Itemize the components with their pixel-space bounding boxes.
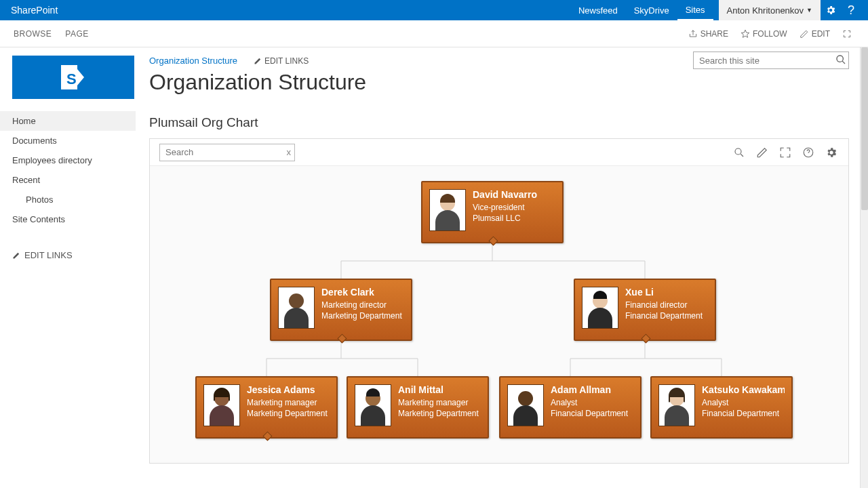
user-menu[interactable]: Anton Khritonenkov ▼ [719, 0, 821, 20]
search-icon [835, 54, 846, 65]
content-area: Organization Structure EDIT LINKS Organi… [136, 47, 868, 488]
nav-recent[interactable]: Recent [0, 170, 136, 190]
nav-home[interactable]: Home [0, 111, 136, 131]
orgchart-canvas[interactable]: David Navarro Vice-president Plumsail LL… [150, 166, 848, 463]
site-logo[interactable]: S [12, 56, 134, 99]
site-search-input[interactable] [693, 52, 849, 69]
node-dept: Marketing Department [321, 311, 402, 321]
node-role: Marketing manager [247, 398, 328, 407]
suite-bar: SharePoint Newsfeed SkyDrive Sites Anton… [0, 0, 868, 20]
avatar [582, 287, 618, 329]
node-name: Anil Mittal [398, 384, 479, 395]
help-icon[interactable]: ? [841, 0, 861, 20]
svg-point-21 [518, 391, 533, 406]
node-name: Katsuko Kawakami [702, 384, 785, 395]
org-node-l3c[interactable]: Adam Allman Analyst Financial Department [499, 376, 642, 439]
suite-link-newsfeed[interactable]: Newsfeed [570, 0, 626, 20]
gear-icon[interactable] [824, 145, 839, 160]
ribbon-tab-browse[interactable]: BROWSE [14, 29, 52, 39]
nav-employees-directory[interactable]: Employees directory [0, 150, 136, 170]
fullscreen-icon[interactable] [842, 29, 854, 39]
node-dept: Financial Department [551, 409, 628, 418]
nav-documents[interactable]: Documents [0, 131, 136, 150]
avatar [507, 384, 544, 426]
brand-label: SharePoint [7, 5, 62, 16]
avatar [278, 287, 315, 329]
left-column: S Home Documents Employees directory Rec… [0, 47, 136, 488]
node-role: Analyst [702, 398, 785, 407]
node-role: Marketing director [321, 300, 402, 310]
node-name: Xue Li [625, 287, 703, 298]
svg-text:S: S [66, 70, 77, 87]
node-role: Analyst [551, 398, 628, 407]
orgchart-toolbar: x [150, 139, 848, 166]
edit-page-button[interactable]: EDIT [800, 29, 830, 39]
suite-link-sites[interactable]: Sites [677, 0, 713, 20]
org-node-l2b[interactable]: Xue Li Financial director Financial Depa… [574, 279, 716, 341]
page-title: Organization Structure [149, 70, 849, 95]
node-role: Vice-president [473, 203, 537, 212]
node-dept: Financial Department [625, 311, 703, 321]
node-name: Derek Clark [321, 287, 402, 298]
avatar [658, 384, 695, 426]
orgchart-search-input[interactable] [159, 144, 295, 161]
suite-link-skydrive[interactable]: SkyDrive [626, 0, 677, 20]
ribbon-tab-page[interactable]: PAGE [65, 29, 88, 39]
site-search [693, 52, 849, 69]
node-dept: Marketing Department [247, 409, 328, 418]
org-node-l3d[interactable]: Katsuko Kawakami Analyst Financial Depar… [650, 376, 793, 439]
org-node-l3b[interactable]: Anil Mittal Marketing manager Marketing … [347, 376, 489, 439]
edit-icon[interactable] [755, 145, 770, 160]
breadcrumb-link[interactable]: Organization Structure [149, 56, 237, 66]
nav-site-contents[interactable]: Site Contents [0, 209, 136, 229]
node-name: Jessica Adams [247, 384, 328, 395]
org-node-root[interactable]: David Navarro Vice-president Plumsail LL… [421, 181, 564, 243]
zoom-icon[interactable] [732, 145, 747, 160]
user-name: Anton Khritonenkov [727, 5, 804, 16]
svg-point-2 [735, 148, 741, 155]
caret-down-icon: ▼ [806, 7, 812, 14]
main-layout: S Home Documents Employees directory Rec… [0, 47, 868, 488]
node-dept: Plumsail LLC [473, 214, 537, 223]
follow-button[interactable]: FOLLOW [741, 29, 787, 39]
expand-icon[interactable] [778, 145, 793, 160]
avatar [203, 384, 240, 426]
org-node-l3a[interactable]: Jessica Adams Marketing manager Marketin… [195, 376, 338, 439]
node-role: Financial director [625, 300, 703, 310]
node-dept: Marketing Department [398, 409, 479, 418]
node-role: Marketing manager [398, 398, 479, 407]
settings-icon[interactable] [821, 0, 841, 20]
help-icon[interactable] [801, 145, 816, 160]
avatar [429, 189, 466, 231]
orgchart-search: x [159, 144, 295, 161]
node-name: Adam Allman [551, 384, 628, 395]
top-edit-links[interactable]: EDIT LINKS [254, 56, 309, 66]
webpart-title: Plumsail Org Chart [149, 115, 849, 130]
avatar [355, 384, 391, 426]
share-button[interactable]: SHARE [688, 29, 728, 39]
svg-point-17 [289, 293, 304, 308]
node-name: David Navarro [473, 189, 537, 200]
ribbon: BROWSE PAGE SHARE FOLLOW EDIT [0, 20, 868, 47]
orgchart-search-clear[interactable]: x [287, 147, 292, 157]
nav-edit-links[interactable]: EDIT LINKS [0, 245, 136, 265]
orgchart-tool-icons [732, 145, 839, 160]
site-search-button[interactable] [835, 54, 846, 67]
node-dept: Financial Department [702, 409, 785, 418]
pencil-icon [12, 251, 20, 260]
scrollbar-thumb[interactable] [861, 47, 868, 210]
pencil-icon [254, 57, 262, 65]
nav-photos[interactable]: Photos [0, 190, 136, 209]
quick-launch: Home Documents Employees directory Recen… [0, 111, 136, 265]
orgchart-container: x [149, 138, 849, 464]
org-node-l2a[interactable]: Derek Clark Marketing director Marketing… [270, 279, 412, 341]
vertical-scrollbar[interactable] [860, 47, 868, 488]
